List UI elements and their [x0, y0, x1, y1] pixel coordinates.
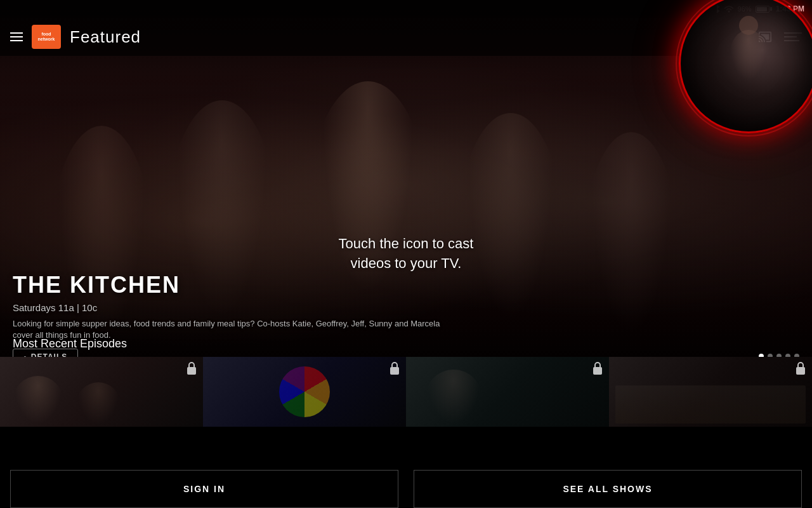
lock-icon-4 [794, 361, 807, 375]
svg-rect-2 [390, 367, 399, 375]
episode-thumb-1[interactable] [0, 357, 203, 427]
svg-rect-4 [796, 367, 805, 375]
page-title: Featured [70, 27, 141, 47]
show-title-heading: THE KITCHEN [13, 272, 444, 298]
cast-overlay-circle [679, 0, 812, 133]
status-bar: 96% 1:43 PM [0, 0, 812, 18]
recent-episodes-section: Most Recent Episodes [0, 337, 812, 432]
episode-thumb-4[interactable] [609, 357, 812, 427]
lock-icon-3 [591, 361, 604, 375]
lock-icon-2 [388, 361, 401, 375]
episode-thumb-2[interactable] [203, 357, 406, 427]
svg-rect-1 [187, 367, 196, 375]
recent-episodes-title: Most Recent Episodes [0, 337, 812, 351]
see-all-shows-button[interactable]: SEE ALL SHOWS [414, 470, 802, 508]
food-network-logo: food network [32, 25, 61, 49]
svg-rect-3 [593, 367, 602, 375]
show-schedule: Saturdays 11a | 10c [13, 302, 444, 313]
hamburger-menu-button[interactable] [10, 32, 23, 41]
bottom-bar: SIGN IN SEE ALL SHOWS [0, 470, 812, 508]
episode-thumb-3[interactable] [406, 357, 609, 427]
lock-icon-1 [185, 361, 198, 375]
episodes-row [0, 357, 812, 427]
sign-in-button[interactable]: SIGN IN [10, 470, 398, 508]
